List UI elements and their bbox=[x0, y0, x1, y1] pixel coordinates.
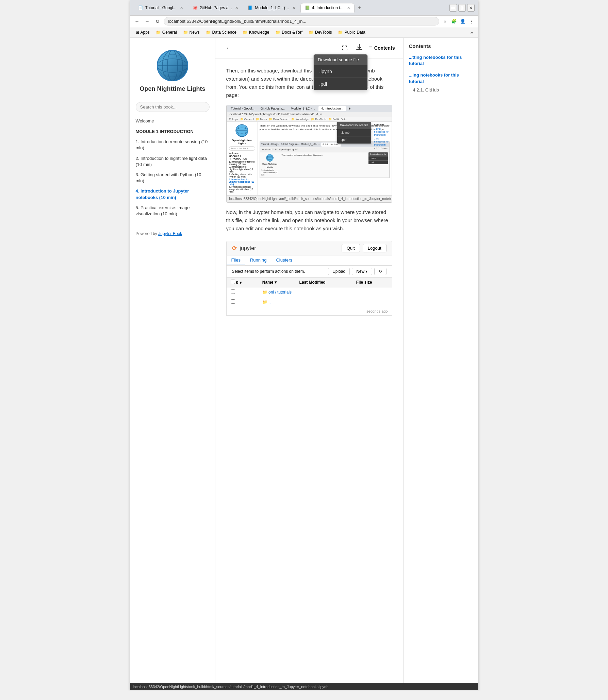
bookmark-star-icon[interactable]: ☆ bbox=[441, 18, 449, 25]
jupyter-logo-icon: ⟳ bbox=[232, 245, 237, 252]
nested-download-dropdown: Download source file .ipynb .pdf bbox=[337, 122, 371, 144]
table-row-parent: 📁 .. bbox=[226, 297, 392, 307]
nav-item-3[interactable]: 3. Getting started with Python (10 min) bbox=[133, 170, 212, 186]
jupyter-logo: ⟳ jupyter bbox=[232, 245, 256, 252]
bookmark-general-label: General bbox=[162, 30, 177, 35]
page-back-button[interactable]: ← bbox=[224, 43, 234, 53]
download-pdf[interactable]: .pdf bbox=[314, 78, 367, 90]
download-menu: Download source file .ipynb .pdf bbox=[313, 54, 368, 90]
title-bar: 📄 Tutorial - Googl... ✕ 🐙 GitHub Pages a… bbox=[130, 0, 478, 16]
tab-tutorial[interactable]: 📄 Tutorial - Googl... ✕ bbox=[134, 3, 187, 13]
new-tab-button[interactable]: + bbox=[355, 3, 364, 12]
jupyter-logout-button[interactable]: Logout bbox=[363, 244, 387, 252]
fullscreen-button[interactable] bbox=[339, 43, 350, 53]
extensions-icon[interactable]: 🧩 bbox=[450, 18, 458, 25]
tab-introduction[interactable]: 📗 4. Introduction t... ✕ bbox=[300, 3, 355, 13]
nested-screenshot: Tutorial - Googl... GitHub Pages a... Mo… bbox=[226, 105, 392, 203]
close-button[interactable]: ✕ bbox=[467, 4, 475, 12]
sidebar-logo: Open Nighttime Lights bbox=[130, 43, 215, 98]
tab1-label: Tutorial - Googl... bbox=[145, 5, 177, 10]
search-input[interactable] bbox=[136, 102, 210, 112]
bookmark-public-data[interactable]: 📁 Public Data bbox=[335, 29, 368, 36]
bookmark-apps[interactable]: ⊞ Apps bbox=[133, 29, 152, 36]
back-button[interactable]: ← bbox=[133, 17, 141, 26]
sort-icon: 0 ▾ bbox=[236, 280, 242, 285]
nested-toc: Contents ...tting notebooks for this tut… bbox=[373, 122, 392, 152]
bookmark-docs-label: Docs & Ref bbox=[282, 30, 302, 35]
toc-item-1[interactable]: ...tting notebooks for this tutorial bbox=[409, 53, 473, 68]
nav-item-welcome[interactable]: Welcome bbox=[133, 116, 212, 126]
browser-window: 📄 Tutorial - Googl... ✕ 🐙 GitHub Pages a… bbox=[130, 0, 478, 690]
bookmark-apps-label: Apps bbox=[141, 30, 150, 35]
jupyter-book-link[interactable]: Jupyter Book bbox=[158, 231, 182, 236]
row-checkbox[interactable] bbox=[231, 289, 235, 294]
download-button[interactable] bbox=[354, 42, 364, 54]
table-modified-header[interactable]: Last Modified bbox=[295, 278, 352, 287]
nested-tab4: 4. Introduction... bbox=[318, 106, 346, 111]
tab3-label: Module_1_LC - (... bbox=[255, 5, 289, 10]
tab3-icon: 📘 bbox=[248, 5, 253, 10]
refresh-button[interactable]: ↻ bbox=[153, 17, 162, 26]
window-controls: — □ ✕ bbox=[449, 4, 475, 12]
minimize-button[interactable]: — bbox=[449, 4, 457, 12]
jupyter-tab-running[interactable]: Running bbox=[245, 255, 271, 265]
nested-tab-new: + bbox=[347, 106, 353, 111]
nav-item-1[interactable]: 1. Introduction to remote sensing (10 mi… bbox=[133, 137, 212, 153]
jupyter-refresh-button[interactable]: ↻ bbox=[374, 268, 387, 275]
bookmark-data-science[interactable]: 📁 Data Science bbox=[203, 29, 239, 36]
bookmark-news[interactable]: 📁 News bbox=[180, 29, 202, 36]
tab1-icon: 📄 bbox=[138, 5, 143, 10]
nav-item-2[interactable]: 2. Introduction to nighttime light data … bbox=[133, 153, 212, 170]
tab4-close[interactable]: ✕ bbox=[347, 6, 350, 10]
jupyter-toolbar: Select items to perform actions on them.… bbox=[226, 266, 392, 278]
nested-main: Then, on this webpage, download this pag… bbox=[258, 122, 392, 195]
tab2-icon: 🐙 bbox=[193, 5, 198, 10]
jupyter-tab-clusters[interactable]: Clusters bbox=[271, 255, 297, 265]
main-content: ← bbox=[215, 38, 403, 683]
nested-bookmarks: ⊞ Apps 📁 General 📁 News 📁 Data Science 📁… bbox=[227, 117, 392, 122]
breadcrumb-text[interactable]: onl / tutorials bbox=[268, 290, 292, 295]
toc-item-2[interactable]: ...ing notebooks for this tutorial bbox=[409, 71, 473, 86]
toc-item-3[interactable]: 4.2.1. GitHub bbox=[409, 86, 473, 93]
profile-icon[interactable]: 👤 bbox=[459, 18, 466, 25]
screenshot-url-bar: localhost:63342/OpenNightLights/onl/_bui… bbox=[227, 196, 392, 202]
tab4-icon: 📗 bbox=[305, 5, 310, 10]
jupyter-tab-files[interactable]: Files bbox=[227, 255, 245, 265]
bookmark-devtools-label: DevTools bbox=[315, 30, 332, 35]
bookmark-general[interactable]: 📁 General bbox=[153, 29, 180, 36]
table-size-header[interactable]: File size bbox=[352, 278, 392, 287]
jupyter-quit-button[interactable]: Quit bbox=[342, 244, 360, 252]
row-checkbox-2[interactable] bbox=[231, 299, 235, 304]
bookmark-knowledge[interactable]: 📁 Knowledge bbox=[240, 29, 272, 36]
bookmarks-more-button[interactable]: » bbox=[469, 29, 475, 36]
nested-tabs: Tutorial - Googl... GitHub Pages a... Mo… bbox=[227, 105, 392, 112]
table-name-header[interactable]: Name ▾ bbox=[258, 278, 295, 287]
sidebar-search bbox=[136, 102, 210, 112]
bookmark-news-label: News bbox=[190, 30, 200, 35]
nav-item-4[interactable]: 4. Introduction to Jupyter notebooks (10… bbox=[133, 186, 212, 202]
bookmark-docs-ref[interactable]: 📁 Docs & Ref bbox=[273, 29, 305, 36]
toc-icon[interactable]: ≡ bbox=[368, 45, 372, 52]
nav-item-5[interactable]: 5. Practical exercise: image visualizati… bbox=[133, 203, 212, 219]
forward-button[interactable]: → bbox=[143, 17, 151, 26]
tab-github[interactable]: 🐙 GitHub Pages a... ✕ bbox=[188, 3, 243, 13]
nested-tab1: Tutorial - Googl... bbox=[228, 106, 257, 111]
deep-nested-screenshot: Tutorial - Googl... GitHub Pages a... Mo… bbox=[260, 141, 390, 178]
tab-module[interactable]: 📘 Module_1_LC - (... ✕ bbox=[243, 3, 299, 13]
jupyter-header: ⟳ jupyter Quit Logout bbox=[226, 241, 392, 255]
tab2-close[interactable]: ✕ bbox=[235, 6, 238, 10]
content-body: Then, on this webpage, download this pag… bbox=[215, 59, 403, 324]
table-select-all[interactable] bbox=[231, 280, 235, 284]
jupyter-upload-button[interactable]: Upload bbox=[328, 268, 350, 275]
nested-content: Open Nighttime Lights Search this book..… bbox=[227, 122, 392, 195]
folder-icon-knowledge: 📁 bbox=[243, 30, 248, 35]
tab1-close[interactable]: ✕ bbox=[180, 6, 183, 10]
jupyter-new-button[interactable]: New ▾ bbox=[352, 268, 372, 275]
url-input[interactable]: localhost:63342/OpenNightLights/onl/_bui… bbox=[164, 17, 439, 26]
bookmark-devtools[interactable]: 📁 DevTools bbox=[306, 29, 334, 36]
tab3-close[interactable]: ✕ bbox=[292, 6, 295, 10]
download-ipynb[interactable]: .ipynb bbox=[314, 65, 367, 78]
folder-icon-datascience: 📁 bbox=[206, 30, 211, 35]
restore-button[interactable]: □ bbox=[458, 4, 466, 12]
menu-icon[interactable]: ⋮ bbox=[468, 18, 475, 25]
